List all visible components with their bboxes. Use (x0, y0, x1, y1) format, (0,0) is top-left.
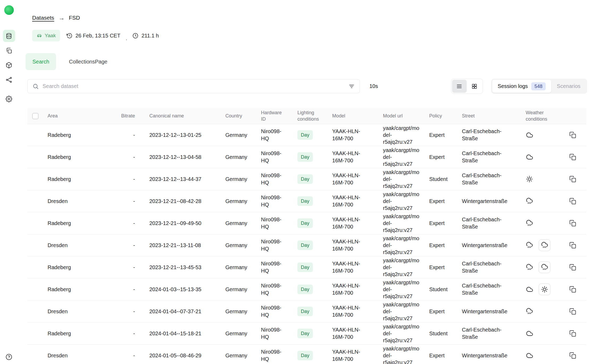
total-duration: 211.1 h (132, 33, 159, 39)
tab-search[interactable]: Search (26, 53, 56, 70)
cell-lighting: Day (291, 285, 326, 294)
lighting-badge: Day (297, 218, 313, 228)
cell-model: YAAK-HLN-16M-700 (326, 326, 377, 341)
table-row[interactable]: Radeberg-2024-01-04--15-18-21GermanyNiro… (27, 323, 586, 345)
app-logo-icon[interactable] (4, 5, 14, 15)
table-row[interactable]: Radeberg-2023-12-21--09-49-50GermanyNiro… (27, 212, 586, 234)
app: Datasets → FSD Yaak 26 Feb, 13:15 CET . … (0, 0, 590, 364)
column-header-model: Model (326, 113, 377, 119)
cell-lighting: Day (291, 218, 326, 228)
cell-area: Dresden (42, 242, 103, 249)
table-row[interactable]: Dresden-2023-12-21--08-42-28GermanyNiro0… (27, 190, 586, 212)
table-row[interactable]: Dresden-2024-01-04--07-37-21GermanyNiro0… (27, 300, 586, 323)
cell-actions (558, 197, 586, 205)
rain-icon (541, 242, 548, 249)
cell-model: YAAK-HLN-16M-700 (326, 304, 377, 319)
cell-model-url: yaak/cargpt/model-r5ajq2ru:v27 (377, 169, 423, 189)
cell-country: Germany (219, 132, 255, 139)
copy-button[interactable] (569, 175, 577, 183)
column-header-hardware-id: Hardware ID (255, 110, 291, 122)
weather-boxed (539, 239, 550, 251)
cell-weather (518, 153, 558, 161)
cell-lighting: Day (291, 351, 326, 360)
main-content: Datasets → FSD Yaak 26 Feb, 13:15 CET . … (18, 0, 590, 364)
table-row[interactable]: Radeberg-2023-12-21--13-45-53GermanyNiro… (27, 256, 586, 278)
cell-street: Carl-Eschebach-Straße (456, 216, 518, 230)
cell-hardware-id: Niro098-HQ (255, 216, 291, 230)
tab-collectionspage[interactable]: CollectionsPage (62, 53, 114, 70)
copy-button[interactable] (569, 307, 577, 315)
package-icon (6, 62, 12, 69)
history-icon (66, 33, 73, 39)
cell-area: Radeberg (42, 286, 103, 293)
cell-model-url: yaak/cargpt/model-r5ajq2ru:v27 (377, 301, 423, 322)
cell-area: Radeberg (42, 176, 103, 183)
column-header-country: Country (219, 113, 255, 119)
cell-lighting: Day (291, 240, 326, 250)
cell-canonical-name: 2024-01-04--07-37-21 (139, 308, 219, 315)
sidebar-item-settings[interactable] (3, 93, 15, 105)
column-header-lighting: Lighting conditions (291, 110, 326, 122)
rain-icon (526, 242, 533, 249)
copy-button[interactable] (569, 329, 577, 337)
grid-view-button[interactable] (467, 80, 482, 93)
table-row[interactable]: Radeberg-2023-12-12--13-44-37GermanyNiro… (27, 168, 586, 190)
search-icon (32, 83, 39, 90)
table-header: AreaBitrateCanonical nameCountryHardware… (27, 108, 586, 124)
cell-lighting: Day (291, 130, 326, 140)
cell-street: Wintergartenstraße (456, 352, 518, 359)
table-row[interactable]: Radeberg-2023-12-12--13-01-25GermanyNiro… (27, 124, 586, 146)
cell-weather (518, 219, 558, 227)
header-select-cell (27, 113, 42, 119)
select-all-checkbox[interactable] (32, 113, 39, 119)
copy-button[interactable] (569, 352, 577, 359)
table-row[interactable]: Dresden-2023-12-21--13-11-08GermanyNiro0… (27, 234, 586, 256)
search-box (27, 79, 360, 93)
refresh-interval: 10s (369, 83, 378, 89)
cell-bitrate: - (103, 330, 139, 337)
recorded-timestamp: 26 Feb, 13:15 CET (66, 33, 120, 39)
copy-button[interactable] (569, 285, 577, 293)
cell-actions (558, 263, 586, 271)
cell-street: Carl-Eschebach-Straße (456, 260, 518, 274)
copy-button[interactable] (569, 219, 577, 227)
segment-session-logs[interactable]: Session logs548 (492, 80, 551, 93)
cell-street: Carl-Eschebach-Straße (456, 172, 518, 186)
copy-button[interactable] (569, 197, 577, 205)
sidebar-item-package[interactable] (3, 59, 15, 71)
copy-button[interactable] (569, 241, 577, 249)
sidebar-item-collections[interactable] (3, 44, 15, 57)
segment-scenarios[interactable]: Scenarios (551, 80, 586, 93)
cell-policy: Expert (423, 198, 456, 205)
list-view-button[interactable] (452, 80, 467, 93)
rain-icon (541, 264, 548, 271)
cell-canonical-name: 2024-01-04--15-18-21 (139, 330, 219, 337)
copy-button[interactable] (569, 153, 577, 161)
filter-icon[interactable] (348, 83, 355, 90)
breadcrumb-datasets-link[interactable]: Datasets (32, 14, 54, 22)
table-row[interactable]: Radeberg-2023-12-12--13-04-58GermanyNiro… (27, 146, 586, 168)
cell-country: Germany (219, 198, 255, 205)
cell-weather (518, 131, 558, 139)
cell-lighting: Day (291, 307, 326, 316)
car-icon (36, 33, 42, 39)
sidebar-item-database[interactable] (3, 30, 15, 42)
table-row[interactable]: Dresden-2024-01-05--08-46-29GermanyNiro0… (27, 345, 586, 364)
table-body: Radeberg-2023-12-12--13-01-25GermanyNiro… (27, 124, 586, 364)
toolbar: 10s Session logs548Scenarios (27, 79, 590, 94)
cell-canonical-name: 2023-12-12--13-04-58 (139, 154, 219, 161)
search-input[interactable] (43, 83, 345, 89)
rain-icon (526, 197, 533, 205)
cell-street: Wintergartenstraße (456, 242, 518, 249)
cell-weather (518, 283, 558, 295)
sidebar-item-help[interactable] (3, 351, 15, 363)
lighting-badge: Day (297, 174, 313, 184)
cell-lighting: Day (291, 196, 326, 206)
sidebar-item-workflow[interactable] (3, 74, 15, 86)
table-row[interactable]: Radeberg-2024-01-03--15-13-35GermanyNiro… (27, 278, 586, 300)
cell-area: Dresden (42, 198, 103, 205)
cell-bitrate: - (103, 352, 139, 359)
copy-button[interactable] (569, 263, 577, 271)
copy-button[interactable] (569, 131, 577, 139)
column-header-area: Area (42, 113, 103, 119)
